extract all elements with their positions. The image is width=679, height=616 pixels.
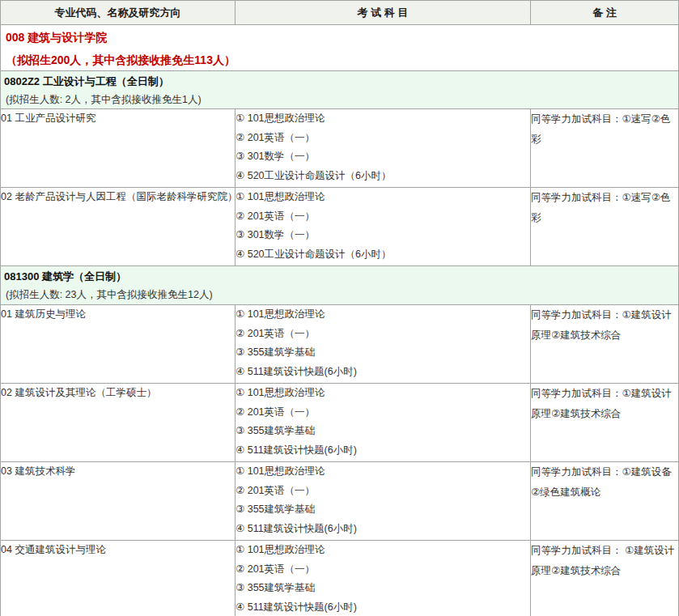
admissions-table: 专业代码、名称及研究方向 考 试 科 目 备 注 008 建筑与设计学院 （拟招…: [0, 0, 679, 616]
remark-cell: 同等学力加试科目：①速写②色彩: [531, 109, 679, 188]
subject-line: ① 101思想政治理论: [236, 462, 530, 482]
college-title: 008 建筑与设计学院: [1, 25, 678, 48]
subject-line: ④ 511建筑设计快题(6小时): [236, 441, 530, 461]
subjects-cell: ① 101思想政治理论 ② 201英语（一） ③ 355建筑学基础 ④ 511建…: [236, 305, 531, 384]
subject-line: ④ 511建筑设计快题(6小时): [236, 598, 530, 616]
subject-line: ③ 355建筑学基础: [236, 343, 530, 363]
subjects-cell: ① 101思想政治理论 ② 201英语（一） ③ 355建筑学基础 ④ 511建…: [236, 541, 531, 616]
subject-line: ② 201英语（一）: [236, 560, 530, 580]
subject-line: ① 101思想政治理论: [236, 541, 530, 560]
section-quota: (拟招生人数: 2人，其中含拟接收推免生1人): [1, 91, 678, 108]
subject-line: ③ 355建筑学基础: [236, 579, 530, 598]
college-cell: 008 建筑与设计学院 （拟招生200人，其中含拟接收推免生113人）: [1, 25, 679, 71]
subjects-cell: ① 101思想政治理论 ② 201英语（一） ③ 301数学（一） ④ 520工…: [236, 109, 531, 188]
remark-cell: 同等学力加试科目：①建筑设计原理②建筑技术综合: [531, 305, 679, 384]
subject-line: ③ 301数学（一）: [236, 226, 530, 245]
header-exam-subjects: 考 试 科 目: [236, 1, 531, 25]
table-row: 03 建筑技术科学 ① 101思想政治理论 ② 201英语（一） ③ 355建筑…: [1, 462, 679, 541]
subject-line: ① 101思想政治理论: [236, 188, 530, 207]
direction-cell: 01 建筑历史与理论: [1, 305, 236, 384]
table-row: 02 老龄产品设计与人因工程（国际老龄科学研究院） ① 101思想政治理论 ② …: [1, 188, 679, 266]
section-quota: (拟招生人数: 23人，其中含拟接收推免生12人): [1, 286, 678, 304]
subject-line: ② 201英语（一）: [236, 403, 530, 423]
subject-line: ② 201英语（一）: [236, 207, 530, 227]
remark-cell: 同等学力加试科目： ①建筑设计原理②建筑技术综合: [531, 541, 679, 616]
subject-line: ② 201英语（一）: [236, 325, 530, 344]
admissions-catalog-page: 专业代码、名称及研究方向 考 试 科 目 备 注 008 建筑与设计学院 （拟招…: [0, 0, 679, 616]
remark-cell: 同等学力加试科目：①建筑设备②绿色建筑概论: [531, 462, 679, 541]
direction-cell: 03 建筑技术科学: [1, 462, 236, 541]
header-major-code: 专业代码、名称及研究方向: [1, 1, 236, 25]
section-cell: 0802Z2 工业设计与工程（全日制） (拟招生人数: 2人，其中含拟接收推免生…: [1, 71, 679, 109]
remark-cell: 同等学力加试科目：①建筑设计原理②建筑技术综合: [531, 384, 679, 462]
header-remarks: 备 注: [531, 1, 679, 25]
college-section-row: 008 建筑与设计学院 （拟招生200人，其中含拟接收推免生113人）: [1, 25, 679, 71]
subject-line: ④ 511建筑设计快题(6小时): [236, 520, 530, 539]
table-row: 01 建筑历史与理论 ① 101思想政治理论 ② 201英语（一） ③ 355建…: [1, 305, 679, 384]
section-title: 0802Z2 工业设计与工程（全日制）: [1, 71, 678, 91]
section-cell: 081300 建筑学（全日制） (拟招生人数: 23人，其中含拟接收推免生12人…: [1, 266, 679, 305]
subjects-cell: ① 101思想政治理论 ② 201英语（一） ③ 301数学（一） ④ 520工…: [236, 188, 531, 266]
section-title: 081300 建筑学（全日制）: [1, 266, 678, 286]
subject-line: ③ 301数学（一）: [236, 147, 530, 167]
section-band: 0802Z2 工业设计与工程（全日制） (拟招生人数: 2人，其中含拟接收推免生…: [1, 71, 679, 109]
college-quota: （拟招生200人，其中含拟接收推免生113人）: [1, 48, 678, 70]
table-row: 02 建筑设计及其理论（工学硕士） ① 101思想政治理论 ② 201英语（一）…: [1, 384, 679, 462]
subject-line: ① 101思想政治理论: [236, 384, 530, 403]
subject-line: ④ 520工业设计命题设计（6小时）: [236, 167, 530, 186]
direction-cell: 02 老龄产品设计与人因工程（国际老龄科学研究院）: [1, 188, 236, 266]
subjects-cell: ① 101思想政治理论 ② 201英语（一） ③ 355建筑学基础 ④ 511建…: [236, 462, 531, 541]
subject-line: ① 101思想政治理论: [236, 305, 530, 325]
direction-cell: 04 交通建筑设计与理论: [1, 541, 236, 616]
table-header-row: 专业代码、名称及研究方向 考 试 科 目 备 注: [1, 1, 679, 25]
subjects-cell: ① 101思想政治理论 ② 201英语（一） ③ 355建筑学基础 ④ 511建…: [236, 384, 531, 462]
table-row: 04 交通建筑设计与理论 ① 101思想政治理论 ② 201英语（一） ③ 35…: [1, 541, 679, 616]
subject-line: ③ 355建筑学基础: [236, 422, 530, 441]
direction-cell: 02 建筑设计及其理论（工学硕士）: [1, 384, 236, 462]
remark-cell: 同等学力加试科目：①速写②色彩: [531, 188, 679, 266]
subject-line: ③ 355建筑学基础: [236, 500, 530, 520]
table-row: 01 工业产品设计研究 ① 101思想政治理论 ② 201英语（一） ③ 301…: [1, 109, 679, 188]
subject-line: ② 201英语（一）: [236, 482, 530, 501]
direction-cell: 01 工业产品设计研究: [1, 109, 236, 188]
subject-line: ④ 520工业设计命题设计（6小时）: [236, 245, 530, 265]
section-band: 081300 建筑学（全日制） (拟招生人数: 23人，其中含拟接收推免生12人…: [1, 266, 679, 305]
subject-line: ① 101思想政治理论: [236, 109, 530, 129]
subject-line: ④ 511建筑设计快题(6小时): [236, 363, 530, 382]
subject-line: ② 201英语（一）: [236, 129, 530, 148]
